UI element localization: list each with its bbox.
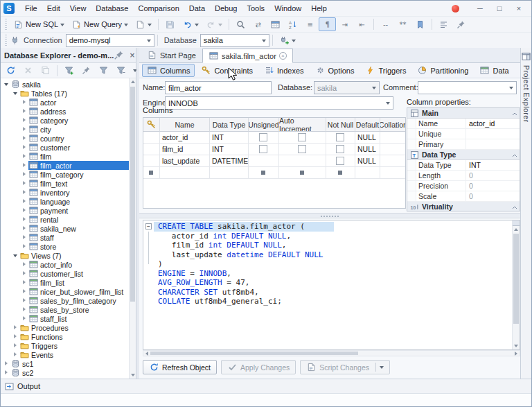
find-button[interactable]	[232, 17, 249, 31]
tree-item-actor[interactable]: actor	[1, 98, 129, 107]
tree-item-procedures[interactable]: Procedures	[1, 323, 129, 332]
tab-triggers[interactable]: Triggers	[360, 64, 411, 77]
scrollbar-thumb[interactable]	[513, 234, 519, 324]
doc-tab-sakila-film-actor[interactable]: sakila.film_actor×	[202, 49, 293, 63]
auto-hide-pin-icon[interactable]	[114, 50, 124, 60]
toolbar-grip[interactable]	[5, 35, 7, 46]
new-connection-button[interactable]	[276, 33, 299, 47]
word-wrap-button[interactable]: ¶	[319, 17, 336, 31]
expand-arrow-icon[interactable]	[21, 261, 28, 268]
checkbox[interactable]	[259, 133, 267, 141]
expand-arrow-icon[interactable]	[21, 216, 28, 223]
doc-tab-start-page[interactable]: Start Page	[141, 48, 202, 62]
tree-item-city[interactable]: city	[1, 125, 129, 134]
expand-arrow-icon[interactable]	[21, 234, 28, 241]
menu-database[interactable]: Database	[91, 3, 133, 14]
property-row-unique[interactable]: Unique	[407, 129, 520, 139]
indent-button[interactable]: ⇥	[336, 17, 353, 31]
tree-item-views-7[interactable]: Views (7)	[1, 251, 129, 260]
table-row-film-id[interactable]: film_idINTNULL	[143, 144, 405, 155]
outdent-button[interactable]: ⇤	[353, 17, 371, 31]
tab-constraints[interactable]: Constraints	[196, 64, 258, 77]
pin-object-button[interactable]	[78, 64, 95, 78]
cell-unsigned[interactable]	[249, 132, 279, 144]
expand-arrow-icon[interactable]	[21, 135, 28, 141]
tab-options[interactable]: Options	[310, 64, 360, 77]
property-value[interactable]: 0	[466, 181, 520, 191]
checkbox[interactable]	[298, 145, 306, 153]
row-header-cell[interactable]	[143, 132, 160, 144]
uncomment-lines-button[interactable]: **	[394, 17, 411, 31]
new-object-button[interactable]	[132, 17, 155, 31]
toggle-bookmark-button[interactable]	[411, 17, 429, 31]
scroll-up-icon[interactable]	[513, 226, 520, 233]
collapse-chevron-icon[interactable]	[512, 202, 517, 211]
tree-item-rental[interactable]: rental	[1, 215, 129, 224]
property-row-name[interactable]: Nameactor_id	[407, 119, 520, 129]
tree-item-customer[interactable]: customer	[1, 143, 129, 152]
cell-collation[interactable]	[380, 144, 406, 155]
cell-auto-increment[interactable]	[279, 155, 326, 167]
property-group-main[interactable]: Main	[407, 108, 520, 119]
expand-arrow-icon[interactable]	[21, 171, 28, 177]
cell-auto-increment[interactable]	[279, 144, 326, 155]
property-value[interactable]	[466, 139, 520, 149]
cell-not-null[interactable]	[326, 132, 355, 144]
menu-view[interactable]: View	[65, 3, 91, 14]
database-select[interactable]: sakila	[200, 34, 269, 47]
expand-arrow-icon[interactable]	[21, 306, 28, 313]
expand-arrow-icon[interactable]	[21, 198, 28, 205]
cell-name[interactable]: last_update	[160, 155, 210, 167]
maximize-button[interactable]: □	[490, 2, 509, 15]
expand-arrow-icon[interactable]	[3, 370, 10, 376]
cell-name[interactable]: actor_id	[160, 132, 210, 144]
expand-arrow-icon[interactable]	[21, 207, 28, 214]
script-changes-button[interactable]: Script Changes	[300, 360, 390, 374]
project-explorer-strip[interactable]: Project Explorer	[520, 48, 531, 379]
cell-data-type[interactable]: INT	[210, 132, 249, 144]
tree-scrollbar[interactable]	[129, 78, 136, 379]
tree-item-functions[interactable]: Functions	[1, 332, 129, 341]
cell-default[interactable]: NULL	[355, 132, 380, 144]
tree-item-film[interactable]: film	[1, 152, 129, 161]
tree-item-customer-list[interactable]: customer_list	[1, 269, 129, 278]
menu-tools[interactable]: Tools	[242, 3, 269, 14]
cell-auto-increment[interactable]	[279, 167, 326, 179]
checkbox[interactable]	[259, 145, 267, 153]
tree-item-language[interactable]: language	[1, 197, 129, 206]
close-button[interactable]: ×	[509, 2, 529, 15]
editor-split-handle[interactable]	[513, 220, 520, 226]
tree-item-sales-by-film-category[interactable]: sales_by_film_category	[1, 296, 129, 305]
expand-arrow-icon[interactable]	[21, 189, 28, 196]
cell-data-type[interactable]	[210, 167, 249, 179]
scroll-right-icon[interactable]	[513, 351, 520, 356]
explorer-header[interactable]: Database Explorer - demo-m... ×	[1, 48, 136, 63]
tree-item-payment[interactable]: payment	[1, 206, 129, 215]
tab-columns[interactable]: Columns	[142, 64, 195, 77]
scrollbar-thumb[interactable]	[130, 87, 135, 302]
tree-item-address[interactable]: address	[1, 107, 129, 116]
property-value[interactable]: 0	[466, 191, 520, 201]
property-value[interactable]: actor_id	[466, 119, 520, 128]
table-designer-button[interactable]	[267, 17, 284, 31]
format-sql-button[interactable]: ≡	[301, 17, 319, 31]
compare-schemas-button[interactable]: ⇄	[249, 17, 267, 31]
cell-collation[interactable]	[380, 155, 406, 167]
menu-edit[interactable]: Edit	[42, 3, 65, 14]
cell-auto-increment[interactable]	[279, 132, 326, 144]
expand-arrow-icon[interactable]	[21, 144, 28, 150]
expand-arrow-icon[interactable]	[3, 361, 10, 367]
expand-arrow-icon[interactable]	[21, 270, 28, 277]
sql-vertical-scrollbar[interactable]	[512, 220, 520, 349]
checkbox[interactable]	[336, 145, 344, 153]
tree-item-triggers[interactable]: Triggers	[1, 341, 129, 350]
cell-unsigned[interactable]	[249, 167, 279, 179]
tree-item-film-list[interactable]: film_list	[1, 278, 129, 287]
table-row-last-update[interactable]: last_updateDATETIMENULL	[143, 155, 405, 167]
property-row-primary[interactable]: Primary	[407, 139, 520, 150]
close-tab-icon[interactable]: ×	[279, 52, 287, 60]
menu-help[interactable]: Help	[306, 3, 332, 14]
tree-item-staff[interactable]: staff	[1, 233, 129, 242]
tree-item-sc2[interactable]: sc2	[1, 368, 129, 377]
cell-not-null[interactable]	[326, 144, 355, 155]
